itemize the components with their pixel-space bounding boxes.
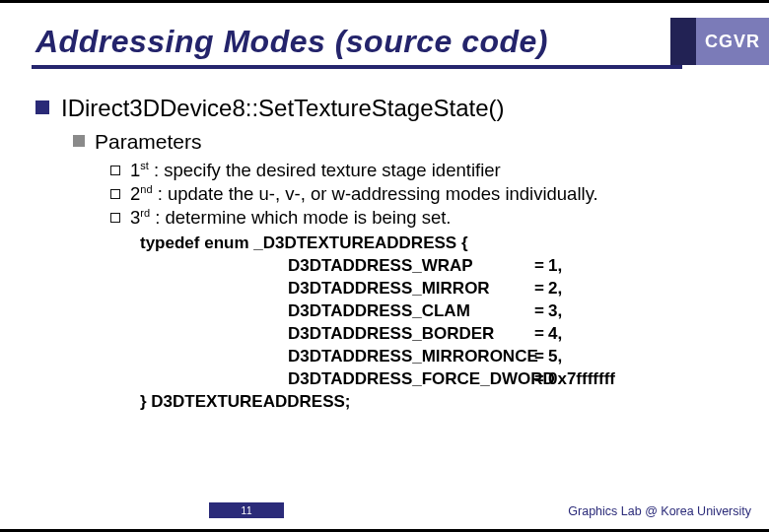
title-row: Addressing Modes (source code) CGVR bbox=[35, 18, 769, 65]
enum-row: D3DTADDRESS_MIRROR=2, bbox=[288, 278, 745, 300]
subheading-text: Parameters bbox=[95, 130, 202, 154]
open-square-bullet-icon bbox=[110, 213, 120, 223]
open-square-bullet-icon bbox=[110, 189, 120, 199]
param-item: 1st : specify the desired texture stage … bbox=[110, 160, 745, 181]
heading-text: IDirect3DDevice8::SetTextureStageState() bbox=[61, 95, 505, 122]
enum-row: D3DTADDRESS_FORCE_DWORD=0x7fffffff bbox=[288, 368, 745, 391]
slide-title: Addressing Modes (source code) bbox=[35, 24, 548, 60]
cgvr-badge: CGVR bbox=[670, 18, 769, 65]
content: IDirect3DDevice8::SetTextureStageState()… bbox=[35, 95, 745, 414]
page-number: 11 bbox=[209, 502, 284, 518]
enum-row: D3DTADDRESS_CLAM=3, bbox=[288, 300, 745, 323]
bullet-lvl2: Parameters bbox=[73, 130, 745, 154]
enum-close-line: } D3DTEXTUREADDRESS; bbox=[140, 391, 745, 414]
param-text: 3rd : determine which mode is being set. bbox=[130, 207, 451, 229]
enum-row: D3DTADDRESS_BORDER=4, bbox=[288, 323, 745, 346]
enum-row: D3DTADDRESS_MIRRORONCE=5, bbox=[288, 346, 745, 368]
enum-code-block: typedef enum _D3DTEXTUREADDRESS { D3DTAD… bbox=[140, 233, 745, 414]
cgvr-badge-label: CGVR bbox=[696, 18, 769, 65]
enum-open-line: typedef enum _D3DTEXTUREADDRESS { bbox=[140, 233, 745, 255]
param-item: 3rd : determine which mode is being set. bbox=[110, 207, 745, 229]
param-text: 2nd : update the u-, v-, or w-addressing… bbox=[130, 183, 598, 205]
enum-row: D3DTADDRESS_WRAP=1, bbox=[288, 255, 745, 278]
param-item: 2nd : update the u-, v-, or w-addressing… bbox=[110, 183, 745, 205]
param-text: 1st : specify the desired texture stage … bbox=[130, 160, 501, 181]
slide: Addressing Modes (source code) CGVR IDir… bbox=[0, 0, 769, 532]
enum-rows: D3DTADDRESS_WRAP=1, D3DTADDRESS_MIRROR=2… bbox=[288, 255, 745, 391]
footer-text: Graphics Lab @ Korea University bbox=[568, 504, 751, 518]
title-underline bbox=[32, 65, 682, 69]
square-bullet-icon bbox=[35, 100, 49, 114]
open-square-bullet-icon bbox=[110, 166, 120, 175]
bullet-lvl1: IDirect3DDevice8::SetTextureStageState() bbox=[35, 95, 745, 122]
square-bullet-icon bbox=[73, 135, 85, 147]
cgvr-badge-dark bbox=[670, 18, 696, 65]
top-rule bbox=[0, 0, 769, 3]
